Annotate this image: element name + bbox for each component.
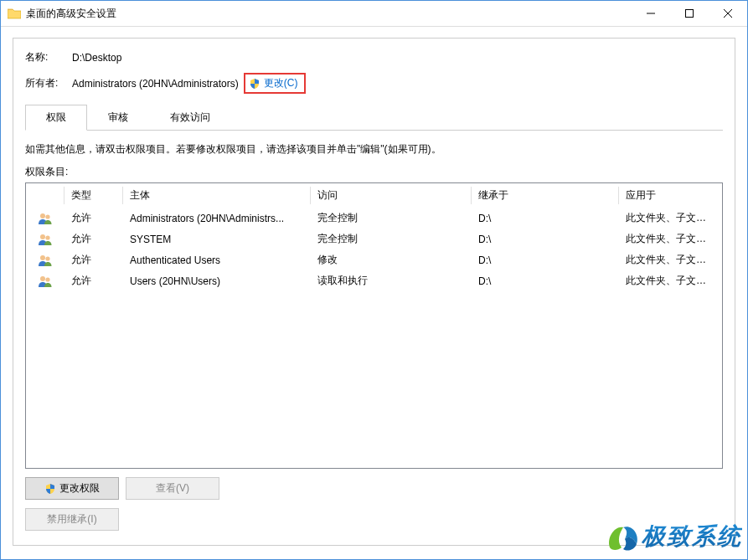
permission-row[interactable]: 允许Administrators (20HN\Administrs...完全控制… [26,208,722,229]
svg-point-8 [40,255,45,260]
permission-list[interactable]: 类型 主体 访问 继承于 应用于 允许Administrators (20HN\… [25,182,723,469]
users-icon [26,252,64,269]
list-header: 类型 主体 访问 继承于 应用于 [26,183,722,208]
cell-access: 读取和执行 [311,272,472,290]
users-icon [26,210,64,227]
cell-principal: Administrators (20HN\Administrs... [123,211,311,226]
svg-point-11 [45,277,49,281]
svg-point-4 [40,213,45,218]
users-icon [26,273,64,290]
tab-permissions[interactable]: 权限 [25,105,87,131]
tab-strip: 权限 审核 有效访问 [25,104,723,131]
name-label: 名称: [25,50,72,64]
permission-row[interactable]: 允许Authenticated Users修改D:\此文件夹、子文件夹和文件 [26,249,722,270]
cell-type: 允许 [64,272,123,290]
col-icon[interactable] [26,183,64,208]
tab-effective-label: 有效访问 [170,111,210,123]
view-button: 查看(V) [126,477,219,500]
shield-icon [44,483,56,495]
cell-inherited: D:\ [472,274,619,289]
col-inherited[interactable]: 继承于 [472,183,619,208]
titlebar: 桌面的高级安全设置 [1,1,747,27]
minimize-button[interactable] [632,1,670,25]
svg-point-6 [40,234,45,239]
owner-label: 所有者: [25,76,72,90]
folder-icon [8,8,21,19]
col-type[interactable]: 类型 [64,183,123,208]
owner-value: Administrators (20HN\Administrators) [72,78,239,90]
cell-access: 修改 [311,251,472,269]
close-button[interactable] [709,1,747,25]
change-owner-text: 更改(C) [264,76,298,90]
button-row-1: 更改权限 查看(V) [25,477,723,500]
owner-row: 所有者: Administrators (20HN\Administrators… [25,73,723,94]
cell-principal: Users (20HN\Users) [123,274,311,289]
window: 桌面的高级安全设置 名称: D:\Desktop 所有者: Administra… [0,0,748,560]
cell-principal: Authenticated Users [123,253,311,268]
tab-auditing[interactable]: 审核 [87,105,149,131]
cell-access: 完全控制 [311,230,472,248]
col-access[interactable]: 访问 [311,183,472,208]
cell-type: 允许 [64,230,123,248]
client-area: 名称: D:\Desktop 所有者: Administrators (20HN… [13,38,735,546]
cell-type: 允许 [64,209,123,227]
cell-type: 允许 [64,251,123,269]
change-permissions-button[interactable]: 更改权限 [25,477,119,500]
svg-point-5 [45,214,49,218]
cell-applies: 此文件夹、子文件夹和文件 [619,272,722,290]
cell-inherited: D:\ [472,232,619,247]
view-button-label: 查看(V) [156,481,189,496]
permission-row[interactable]: 允许SYSTEM完全控制D:\此文件夹、子文件夹和文件 [26,229,722,249]
info-text: 如需其他信息，请双击权限项目。若要修改权限项目，请选择该项目并单击"编辑"(如果… [25,142,723,157]
permission-row[interactable]: 允许Users (20HN\Users)读取和执行D:\此文件夹、子文件夹和文件 [26,270,722,291]
cell-applies: 此文件夹、子文件夹和文件 [619,251,722,269]
cell-applies: 此文件夹、子文件夹和文件 [619,209,722,227]
entries-label: 权限条目: [25,165,723,179]
svg-point-7 [45,235,49,239]
shield-icon [249,78,261,90]
watermark-logo-icon [603,519,642,554]
watermark: 极致系统 [603,519,742,554]
cell-principal: SYSTEM [123,232,311,247]
cell-access: 完全控制 [311,209,472,227]
disable-inheritance-label: 禁用继承(I) [47,512,96,527]
cell-applies: 此文件夹、子文件夹和文件 [619,230,722,248]
tab-effective-access[interactable]: 有效访问 [149,105,231,131]
window-controls [632,1,747,26]
svg-point-10 [40,276,45,281]
tab-permissions-label: 权限 [46,111,66,123]
disable-inheritance-button: 禁用继承(I) [25,508,119,531]
cell-inherited: D:\ [472,253,619,268]
col-applies[interactable]: 应用于 [619,183,722,208]
cell-inherited: D:\ [472,211,619,226]
name-value: D:\Desktop [72,52,121,64]
svg-rect-1 [686,9,694,17]
tab-auditing-label: 审核 [108,111,128,123]
col-principal[interactable]: 主体 [123,183,311,208]
maximize-button[interactable] [670,1,709,25]
change-permissions-label: 更改权限 [59,481,100,496]
window-title: 桌面的高级安全设置 [26,7,632,21]
users-icon [26,231,64,248]
watermark-text: 极致系统 [642,521,742,552]
svg-point-9 [45,256,49,260]
name-row: 名称: D:\Desktop [25,50,723,64]
change-owner-link[interactable]: 更改(C) [244,73,307,94]
